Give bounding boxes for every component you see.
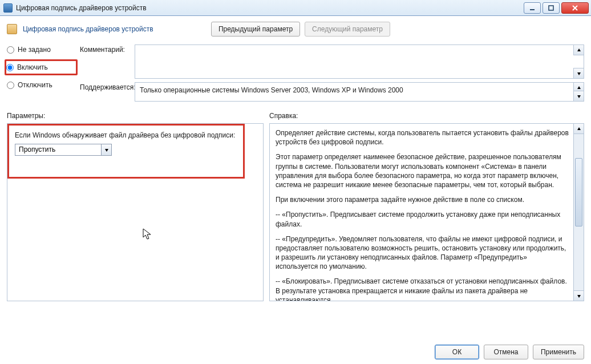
header-row: Цифровая подпись драйверов устройств Пре… [7, 22, 584, 37]
help-heading: Справка: [269, 112, 584, 120]
radio-disabled[interactable]: Отключить [7, 81, 76, 89]
help-p3: При включении этого параметра задайте ну… [276, 195, 570, 204]
radio-enabled[interactable]: Включить [6, 63, 72, 71]
help-scroll-up[interactable] [574, 124, 584, 134]
action-combobox-value: Пропустить [15, 144, 101, 155]
radio-disabled-label: Отключить [18, 81, 52, 89]
parameters-column: Параметры: Если Windows обнаруживает фай… [7, 112, 264, 308]
help-column: Справка: Определяет действие системы, ко… [269, 112, 584, 308]
help-p4: -- «Пропустить». Предписывает системе пр… [276, 210, 570, 228]
radio-not-configured[interactable]: Не задано [7, 46, 76, 54]
help-scroll-thumb[interactable] [575, 158, 582, 227]
action-combobox[interactable]: Пропустить [15, 144, 112, 156]
footer-buttons: ОК Отмена Применить [435, 345, 584, 359]
supported-on-box: Только операционные системы Windows Serv… [135, 82, 584, 102]
supported-label: Поддерживается: [80, 82, 131, 91]
svg-rect-1 [549, 6, 553, 10]
help-p1: Определяет действие системы, когда польз… [276, 128, 570, 147]
radio-not-configured-input[interactable] [7, 46, 14, 54]
comment-textarea[interactable] [135, 45, 584, 79]
comment-label: Комментарий: [80, 45, 131, 54]
app-icon [3, 3, 13, 13]
next-setting-button[interactable]: Следующий параметр [305, 22, 390, 37]
radio-enabled-input[interactable] [6, 64, 14, 71]
comment-scroll-down[interactable] [573, 68, 584, 78]
help-p5: -- «Предупредить». Уведомляет пользовате… [276, 234, 570, 272]
radio-enabled-highlight: Включить [5, 59, 78, 75]
lower-area: Параметры: Если Windows обнаруживает фай… [7, 112, 584, 308]
radio-enabled-label: Включить [17, 63, 48, 71]
supported-on-text: Только операционные системы Windows Serv… [140, 86, 403, 94]
help-panel: Определяет действие системы, когда польз… [269, 123, 584, 301]
content: Цифровая подпись драйверов устройств Пре… [0, 16, 591, 364]
nav-buttons: Предыдущий параметр Следующий параметр [211, 22, 390, 37]
close-button[interactable] [561, 2, 589, 14]
svg-rect-0 [530, 9, 535, 10]
parameters-heading: Параметры: [7, 112, 264, 120]
apply-button[interactable]: Применить [533, 345, 584, 359]
parameters-panel: Если Windows обнаруживает файл драйвера … [7, 123, 264, 301]
supported-scroll-down[interactable] [573, 91, 584, 101]
comment-scroll-up[interactable] [573, 45, 584, 55]
previous-setting-button[interactable]: Предыдущий параметр [211, 22, 300, 37]
maximize-button[interactable] [543, 2, 560, 14]
cancel-button[interactable]: Отмена [484, 345, 528, 359]
window-buttons [524, 2, 589, 14]
minimize-button[interactable] [524, 2, 541, 14]
ok-button[interactable]: ОК [435, 345, 479, 359]
radio-disabled-input[interactable] [7, 82, 14, 89]
help-p6: -- «Блокировать». Предписывает системе о… [276, 277, 570, 301]
mid-grid: Не задано Включить Отключить Комментарий… [7, 45, 584, 105]
parameters-highlight: Если Windows обнаруживает файл драйвера … [7, 124, 245, 179]
chevron-down-icon[interactable] [101, 144, 111, 155]
radio-not-configured-label: Не задано [18, 46, 51, 54]
window-title: Цифровая подпись драйверов устройств [16, 4, 524, 12]
help-scrollbar[interactable] [573, 124, 584, 301]
policy-icon [7, 24, 17, 34]
help-scroll-down[interactable] [574, 290, 584, 301]
state-radios: Не задано Включить Отключить [7, 45, 76, 89]
titlebar: Цифровая подпись драйверов устройств [0, 0, 591, 16]
parameters-prompt: Если Windows обнаруживает файл драйвера … [15, 131, 237, 139]
policy-title: Цифровая подпись драйверов устройств [23, 25, 153, 33]
help-p2: Этот параметр определяет наименее безопа… [276, 152, 570, 189]
